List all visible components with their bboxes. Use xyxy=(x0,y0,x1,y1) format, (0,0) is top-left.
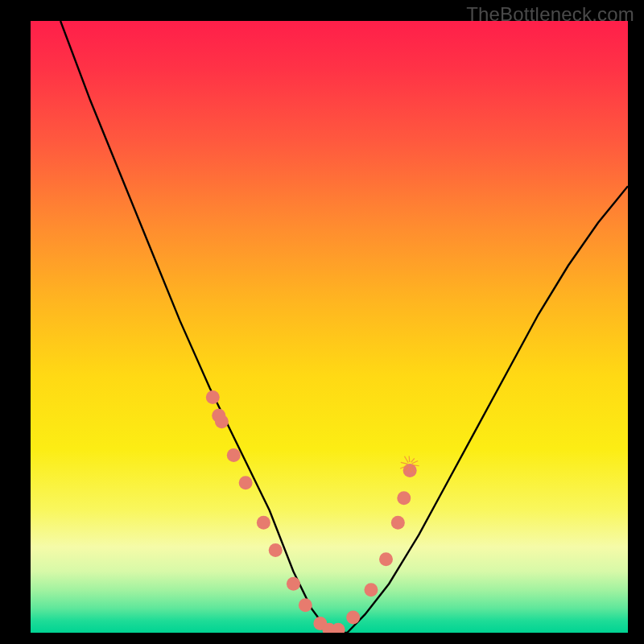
scatter-dot xyxy=(239,476,253,489)
scatter-dot xyxy=(346,611,360,625)
spark-ray xyxy=(409,456,410,462)
scatter-dot xyxy=(364,583,378,597)
scatter-dot xyxy=(269,543,283,557)
spark-ray xyxy=(412,460,418,463)
scatter-dot xyxy=(391,516,405,530)
scatter-points xyxy=(206,390,417,633)
spark-ray xyxy=(401,462,407,464)
chart-svg xyxy=(31,21,628,633)
scatter-dot xyxy=(215,415,229,428)
scatter-dot xyxy=(227,448,241,462)
scatter-dot xyxy=(206,390,220,404)
scatter-dot xyxy=(287,577,300,591)
scatter-dot xyxy=(379,552,393,566)
spark-ray xyxy=(411,458,415,462)
chart-frame: TheBottleneck.com xyxy=(0,0,644,644)
scatter-dot xyxy=(397,491,411,505)
scatter-dot xyxy=(299,598,312,612)
spark-ray xyxy=(404,456,408,463)
scatter-dot xyxy=(257,516,270,530)
bottleneck-curve xyxy=(60,21,628,633)
watermark-text: TheBottleneck.com xyxy=(466,3,634,26)
plot-area xyxy=(31,21,628,633)
